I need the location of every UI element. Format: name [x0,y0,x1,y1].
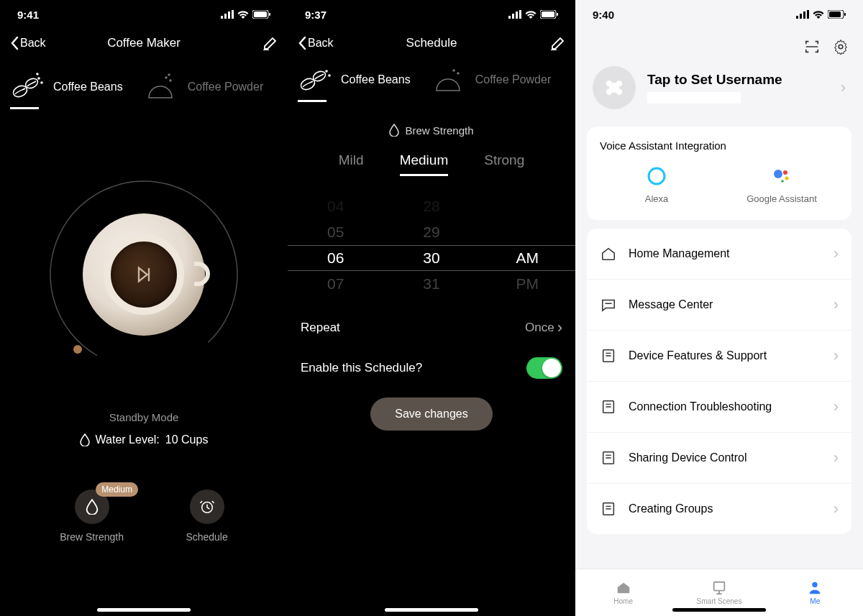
avatar [593,66,636,109]
google-assistant-button[interactable]: Google Assistant [719,166,844,204]
svg-point-21 [457,73,459,74]
chevron-right-icon [834,500,839,518]
svg-point-30 [616,88,623,95]
picker-ampm: AM [480,249,575,267]
tab-powder-label: Coffee Powder [188,81,264,93]
home-icon [600,245,617,262]
home-icon [615,580,632,596]
page-title: Schedule [406,36,457,50]
enable-label: Enable this Schedule? [301,361,422,375]
alexa-icon [647,166,667,186]
cellular-icon [796,10,809,19]
battery-icon [252,10,270,19]
schedule-button[interactable]: Schedule [186,489,227,543]
svg-point-28 [616,81,623,87]
svg-rect-15 [557,13,558,16]
svg-point-5 [38,78,40,79]
bottom-controls: Medium Brew Strength Schedule [0,489,288,543]
tab-coffee-powder[interactable]: Coffee Powder [432,65,552,95]
document-icon [600,449,617,466]
screen-schedule: 9:37 Back Schedule Coffee Beans Coffee P… [288,0,575,616]
dial-handle[interactable] [73,345,82,354]
coffee-beans-icon [298,65,332,95]
username-label: Tap to Set Username [647,72,829,88]
menu-network-diagnosis[interactable]: Connection Troubleshooting [587,382,851,433]
tab-me[interactable]: Me [767,569,863,616]
edit-icon[interactable] [263,36,278,50]
svg-point-27 [606,81,613,87]
svg-point-34 [785,177,789,180]
chevron-left-icon [10,36,19,50]
chevron-right-icon [834,295,839,314]
menu-faq[interactable]: Device Features & Support [587,331,851,382]
chevron-right-icon [841,78,846,97]
back-button[interactable]: Back [298,36,334,50]
status-time: 9:40 [593,9,614,21]
wifi-icon [813,10,824,19]
tab-coffee-beans[interactable]: Coffee Beans [298,65,411,95]
document-icon [600,500,617,518]
coffee-powder-icon [145,72,179,102]
edit-icon[interactable] [551,36,565,50]
picker-hour: 06 [288,249,383,267]
chevron-left-icon [298,36,306,50]
back-label: Back [20,37,46,50]
svg-rect-40 [714,582,725,591]
google-assistant-icon [772,166,792,186]
tab-home[interactable]: Home [575,569,671,616]
strength-label: Brew Strength [60,531,124,543]
svg-point-18 [326,70,327,72]
back-button[interactable]: Back [10,36,46,50]
coffee-type-tabs: Coffee Beans Coffee Powder [0,58,288,109]
svg-point-29 [606,88,613,95]
profile-row[interactable]: Tap to Set Username [575,55,863,127]
svg-point-25 [839,45,843,49]
water-drop-icon [80,433,90,446]
strength-mild[interactable]: Mild [339,152,364,176]
chevron-right-icon [834,346,839,365]
svg-point-33 [783,170,787,175]
svg-point-10 [168,74,170,75]
chevron-right-icon [557,318,562,337]
svg-rect-23 [829,12,841,17]
tab-beans-label: Coffee Beans [341,73,411,86]
repeat-row[interactable]: Repeat Once [288,308,575,347]
home-indicator[interactable] [97,608,191,612]
document-icon [600,398,617,415]
play-icon[interactable] [134,265,154,285]
scan-icon[interactable] [804,39,820,55]
voice-card-title: Voice Assistant Integration [587,127,851,162]
settings-icon[interactable] [833,39,849,55]
schedule-label: Schedule [186,531,227,543]
email-redacted [647,92,741,104]
save-changes-button[interactable]: Save changes [370,397,492,431]
nav-bar: Back Schedule [288,29,575,58]
svg-point-32 [774,170,782,178]
drop-icon [389,124,399,137]
time-picker[interactable]: 0428 0529 0630AM 0731PM [288,193,575,308]
brew-dial[interactable] [36,167,252,382]
svg-point-35 [781,180,784,183]
home-indicator[interactable] [672,608,766,612]
chevron-right-icon [834,449,839,467]
tab-coffee-powder[interactable]: Coffee Powder [145,72,264,102]
home-indicator[interactable] [385,608,478,612]
coffee-type-tabs: Coffee Beans Coffee Powder [288,58,575,102]
strength-strong[interactable]: Strong [484,152,524,176]
google-label: Google Assistant [746,193,817,204]
menu-home-management[interactable]: Home Management [587,229,851,280]
brew-strength-button[interactable]: Medium Brew Strength [60,489,124,543]
coffee-powder-icon [432,65,467,95]
menu-create-group[interactable]: Creating Groups [587,484,851,534]
alexa-button[interactable]: Alexa [594,166,719,204]
svg-point-31 [649,168,665,184]
menu-device-sharing[interactable]: Sharing Device Control [587,433,851,484]
svg-point-6 [41,82,42,83]
strength-medium[interactable]: Medium [400,152,449,176]
menu-message-center[interactable]: Message Center [587,280,851,331]
enable-schedule-toggle[interactable] [526,357,562,379]
coffee-cup-image [79,210,209,339]
water-label: Water Level: [96,433,160,446]
tab-coffee-beans[interactable]: Coffee Beans [10,72,123,102]
wifi-icon [237,10,249,19]
